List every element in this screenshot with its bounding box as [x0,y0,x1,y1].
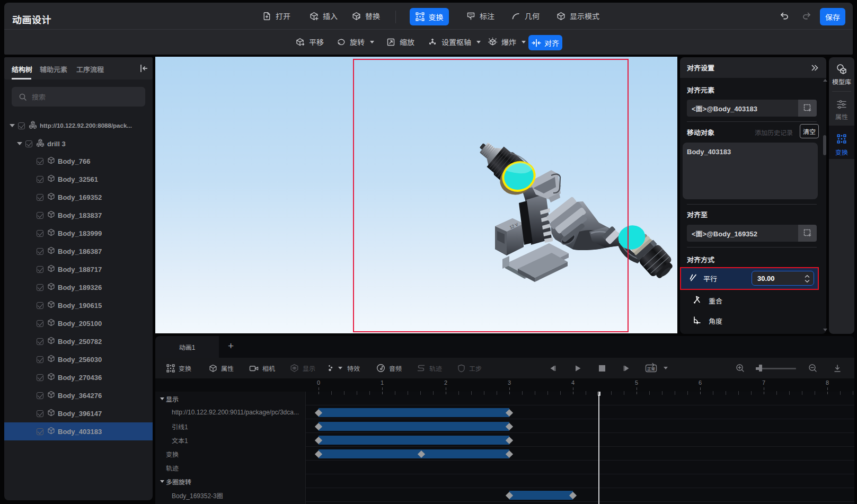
svg-text:正常: 正常 [647,366,656,371]
